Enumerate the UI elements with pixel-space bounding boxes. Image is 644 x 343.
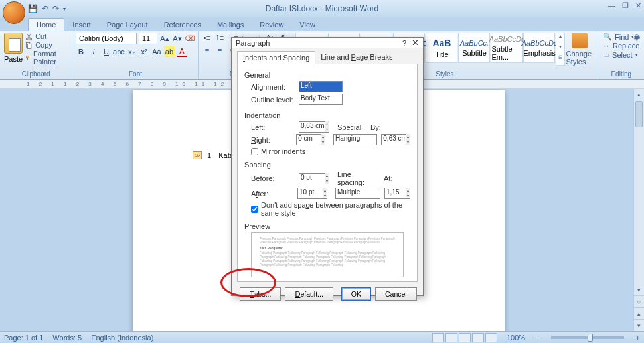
before-spinner[interactable]: 0 pt bbox=[299, 173, 329, 184]
shrink-font-button[interactable]: A▾ bbox=[172, 33, 183, 44]
font-size-combo[interactable] bbox=[139, 33, 157, 44]
dialog-help-button[interactable]: ? bbox=[402, 39, 406, 47]
zoom-slider[interactable] bbox=[551, 336, 624, 339]
section-preview: Preview bbox=[244, 222, 410, 230]
minimize-button[interactable]: — bbox=[608, 1, 615, 10]
dont-add-space-checkbox[interactable] bbox=[251, 206, 258, 213]
zoom-in-button[interactable]: + bbox=[636, 334, 640, 342]
find-icon: 🔍 bbox=[603, 33, 612, 41]
replace-icon: ↔ bbox=[603, 42, 610, 50]
format-painter-button[interactable]: Format Painter bbox=[25, 50, 68, 66]
zoom-out-button[interactable]: − bbox=[534, 334, 538, 342]
italic-button[interactable]: I bbox=[88, 46, 99, 57]
office-button[interactable] bbox=[3, 1, 25, 24]
tab-line-page-breaks[interactable]: Line and Page Breaks bbox=[315, 51, 398, 64]
style-gallery-item[interactable]: AaBbCcDcEmphasis bbox=[523, 33, 555, 63]
select-button[interactable]: ▭Select▾ bbox=[603, 50, 639, 59]
close-button[interactable]: ✕ bbox=[635, 1, 641, 10]
indent-left-label: Left: bbox=[251, 123, 295, 131]
status-page[interactable]: Page: 1 of 1 bbox=[4, 334, 43, 342]
style-gallery-item[interactable]: AaBTitle bbox=[426, 33, 457, 63]
ribbon-help-icon[interactable]: ◉ bbox=[633, 33, 640, 42]
zoom-level[interactable]: 100% bbox=[507, 334, 525, 342]
align-center-button[interactable]: ≡ bbox=[214, 45, 225, 56]
by-spinner[interactable]: 0,63 cm bbox=[381, 134, 410, 145]
tab-page-layout[interactable]: Page Layout bbox=[99, 19, 156, 31]
tab-review[interactable]: Review bbox=[252, 19, 291, 31]
copy-icon bbox=[25, 42, 33, 49]
before-label: Before: bbox=[251, 174, 295, 182]
redo-icon[interactable]: ↷ bbox=[52, 4, 59, 13]
style-gallery-item[interactable]: AaBbCc.Subtitle bbox=[458, 33, 490, 63]
font-color-button[interactable]: A bbox=[177, 46, 187, 57]
subscript-button[interactable]: x₂ bbox=[126, 46, 137, 57]
view-web[interactable] bbox=[459, 333, 471, 342]
view-outline[interactable] bbox=[472, 333, 484, 342]
vertical-scrollbar[interactable]: ▴ ▾ ○ ▴ ▾ bbox=[633, 89, 644, 331]
underline-button[interactable]: U bbox=[101, 46, 112, 57]
status-language[interactable]: English (Indonesia) bbox=[91, 334, 153, 342]
tab-insert[interactable]: Insert bbox=[64, 19, 99, 31]
grow-font-button[interactable]: A▴ bbox=[159, 33, 170, 44]
change-case-button[interactable]: Aa bbox=[151, 46, 162, 57]
outline-label: Outline level: bbox=[251, 96, 295, 103]
alignment-select[interactable]: Left bbox=[299, 81, 343, 92]
align-left-button[interactable]: ≡ bbox=[202, 45, 212, 56]
at-spinner[interactable]: 1,15 bbox=[384, 188, 410, 199]
dialog-titlebar[interactable]: Paragraph ? ✕ bbox=[232, 38, 423, 48]
window-title: Daftar ISI.docx - Microsoft Word bbox=[266, 4, 379, 13]
style-gallery-item[interactable]: AaBbCcDcSubtle Em... bbox=[491, 33, 523, 63]
style-gallery-scroll[interactable]: ▴ ▾ ⊟ bbox=[556, 33, 565, 66]
paste-button[interactable]: Paste bbox=[4, 33, 23, 66]
numbering-button[interactable]: 1≡ bbox=[214, 33, 225, 43]
by-label: By: bbox=[370, 123, 390, 131]
tab-mailings[interactable]: Mailings bbox=[209, 19, 252, 31]
cut-label: Cut bbox=[35, 33, 46, 40]
font-name-combo[interactable] bbox=[76, 33, 137, 44]
strikethrough-button[interactable]: abc bbox=[114, 46, 124, 57]
maximize-button[interactable]: ❐ bbox=[622, 1, 629, 10]
view-print-layout[interactable] bbox=[432, 333, 444, 342]
tab-indents-spacing[interactable]: IIndents and Spacingndents and Spacing bbox=[237, 51, 315, 64]
after-spinner[interactable]: 10 pt bbox=[297, 188, 327, 199]
indent-right-spinner[interactable]: 0 cm bbox=[296, 134, 325, 145]
browse-object-icon[interactable]: ○ bbox=[634, 295, 644, 307]
qat-dropdown-icon[interactable]: ▾ bbox=[63, 6, 66, 12]
clear-formatting-button[interactable]: ⌫ bbox=[185, 33, 195, 44]
bold-button[interactable]: B bbox=[76, 46, 86, 57]
after-label: After: bbox=[251, 190, 293, 198]
tabs-button[interactable]: Tabs... bbox=[240, 287, 281, 301]
ok-button[interactable]: OK bbox=[341, 287, 371, 301]
bullets-button[interactable]: •≡ bbox=[202, 33, 212, 43]
special-select[interactable]: Hanging bbox=[333, 134, 377, 145]
alignment-label: Alignment: bbox=[251, 83, 295, 91]
next-page-icon[interactable]: ▾ bbox=[634, 319, 644, 331]
copy-button[interactable]: Copy bbox=[25, 41, 68, 49]
change-styles-button[interactable]: Change Styles bbox=[566, 33, 594, 66]
cancel-button[interactable]: Cancel bbox=[375, 287, 417, 301]
scroll-up-icon[interactable]: ▴ bbox=[634, 89, 644, 100]
tab-references[interactable]: References bbox=[156, 19, 209, 31]
status-words[interactable]: Words: 5 bbox=[52, 334, 82, 342]
view-draft[interactable] bbox=[485, 333, 497, 342]
default-button[interactable]: Default... bbox=[285, 287, 333, 301]
indent-right-label: Right: bbox=[251, 136, 292, 144]
superscript-button[interactable]: x² bbox=[139, 46, 149, 57]
mirror-indents-checkbox[interactable] bbox=[251, 148, 258, 155]
replace-button[interactable]: ↔Replace bbox=[603, 42, 639, 50]
view-full-screen[interactable] bbox=[445, 333, 457, 342]
scroll-thumb[interactable] bbox=[635, 101, 643, 127]
cut-button[interactable]: Cut bbox=[25, 33, 68, 40]
indent-left-spinner[interactable]: 0,63 cm bbox=[299, 121, 329, 133]
zoom-thumb[interactable] bbox=[588, 334, 593, 342]
scroll-down-icon[interactable]: ▾ bbox=[634, 285, 644, 295]
tab-view[interactable]: View bbox=[291, 19, 323, 31]
line-spacing-select[interactable]: Multiple bbox=[335, 188, 380, 199]
tab-home[interactable]: Home bbox=[28, 18, 64, 31]
prev-page-icon[interactable]: ▴ bbox=[634, 307, 644, 319]
undo-icon[interactable]: ↶ bbox=[42, 4, 48, 13]
save-icon[interactable]: 💾 bbox=[28, 4, 38, 13]
highlight-button[interactable]: ab bbox=[164, 46, 175, 57]
dialog-close-button[interactable]: ✕ bbox=[412, 38, 419, 48]
outline-select[interactable]: Body Text bbox=[299, 94, 343, 105]
